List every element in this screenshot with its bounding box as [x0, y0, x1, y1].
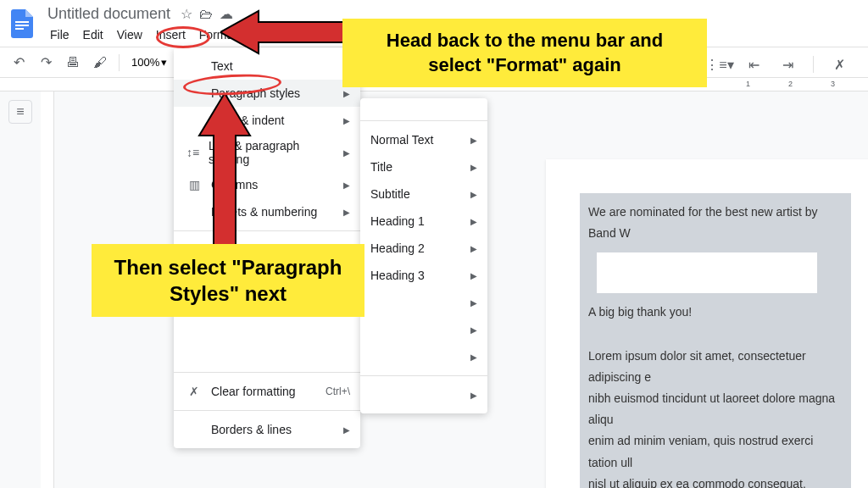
doc-heading: We are nominated for the best new artist…	[588, 202, 843, 244]
menu-view[interactable]: View	[111, 26, 148, 43]
menu-file[interactable]: File	[44, 26, 75, 43]
redo-button[interactable]: ↷	[34, 51, 58, 75]
doc-para: enim ad minim veniam, quis nostrud exerc…	[588, 430, 843, 473]
style-normal-text[interactable]: Normal Text▶	[360, 126, 487, 153]
decrease-indent-button[interactable]: ⇤	[742, 53, 765, 76]
doc-para: Lorem ipsum dolor sit amet, consectetuer…	[588, 346, 843, 388]
format-columns[interactable]: ▥Columns▶	[174, 171, 360, 198]
menu-bar: File Edit View Insert Format Tools	[44, 26, 284, 43]
style-title[interactable]: Title▶	[360, 153, 487, 180]
style-options[interactable]: ▶	[360, 381, 487, 408]
undo-button[interactable]: ↶	[7, 51, 31, 75]
annotation-callout-2: Then select "Paragraph Styles" next	[92, 244, 364, 317]
doc-para: nibh euismod tincidunt ut laoreet dolore…	[588, 388, 843, 430]
format-paint-button[interactable]: 🖌	[88, 51, 112, 75]
zoom-selector[interactable]: 100% ▾	[126, 54, 172, 70]
vertical-ruler[interactable]	[41, 92, 54, 488]
format-line-spacing[interactable]: ↕≡Line & paragraph spacing▶	[174, 134, 360, 171]
cloud-status-icon[interactable]: ☁	[220, 6, 233, 22]
clear-format-icon: ✗	[184, 385, 204, 398]
format-align-indent[interactable]: Align & indent▶	[174, 107, 360, 134]
star-icon[interactable]: ☆	[181, 6, 192, 22]
style-more3[interactable]: ▶	[360, 343, 487, 370]
style-subtitle[interactable]: Subtitle▶	[360, 180, 487, 208]
style-more2[interactable]: ▶	[360, 316, 487, 343]
left-sidebar: ≡	[0, 92, 41, 488]
outline-toggle-button[interactable]: ≡	[8, 100, 32, 124]
move-icon[interactable]: 🗁	[199, 7, 213, 22]
columns-icon: ▥	[184, 178, 204, 191]
menu-edit[interactable]: Edit	[77, 26, 109, 43]
annotation-callout-1: Head back to the menu bar and select "Fo…	[342, 19, 707, 87]
format-borders-lines[interactable]: Borders & lines▶	[174, 416, 360, 443]
svg-rect-1	[15, 25, 29, 26]
style-heading-3[interactable]: Heading 3▶	[360, 262, 487, 289]
clear-format-button[interactable]: ✗	[827, 53, 851, 76]
document-page[interactable]: We are nominated for the best new artist…	[546, 159, 868, 488]
format-clear-formatting[interactable]: ✗Clear formattingCtrl+\	[174, 378, 360, 405]
menu-tools[interactable]: Tools	[244, 26, 284, 43]
docs-logo[interactable]	[7, 8, 37, 39]
increase-indent-button[interactable]: ⇥	[776, 53, 799, 76]
menu-format[interactable]: Format	[193, 26, 242, 43]
print-button[interactable]: 🖶	[61, 51, 85, 75]
doc-para: nisl ut aliquip ex ea commodo consequat.	[588, 474, 843, 488]
format-paragraph-styles[interactable]: Paragraph styles▶	[174, 80, 360, 107]
svg-rect-0	[15, 21, 29, 23]
format-bullets-numbering[interactable]: Bullets & numbering▶	[174, 198, 360, 225]
document-title[interactable]: Untitled document	[44, 3, 174, 25]
format-text[interactable]: Text▶	[174, 53, 360, 80]
svg-rect-2	[15, 28, 24, 30]
style-more[interactable]: ▶	[360, 289, 487, 316]
doc-subheading: A big big thank you!	[588, 302, 843, 323]
style-heading-1[interactable]: Heading 1▶	[360, 208, 487, 235]
style-heading-2[interactable]: Heading 2▶	[360, 235, 487, 262]
menu-insert[interactable]: Insert	[150, 26, 192, 43]
paragraph-styles-submenu: Normal Text▶ Title▶ Subtitle▶ Heading 1▶…	[360, 98, 487, 413]
numbered-list-button[interactable]: ⋮≡▾	[708, 53, 732, 76]
line-spacing-icon: ↕≡	[184, 146, 202, 159]
